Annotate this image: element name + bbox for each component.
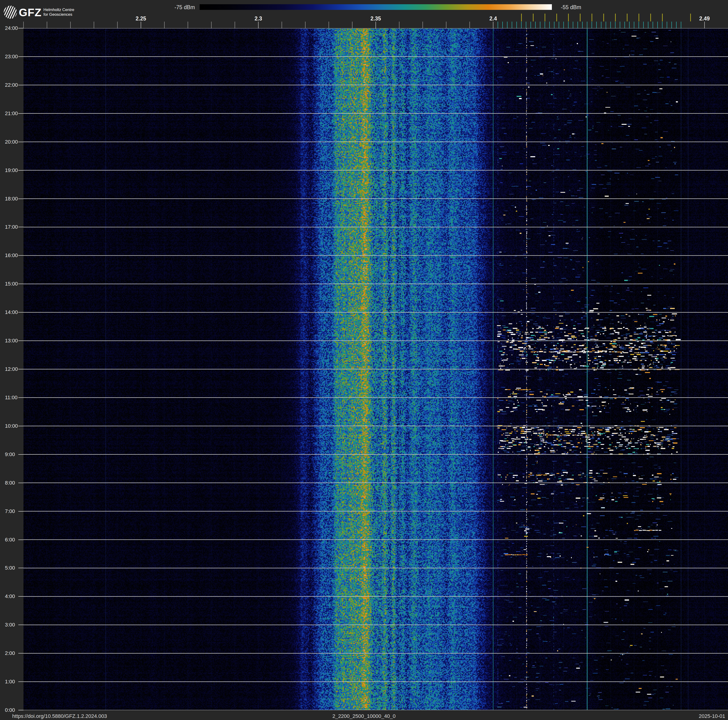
freq-tick-label: 2.3 [255, 15, 262, 22]
time-tick-label: 16:00 [5, 253, 18, 258]
time-tick [18, 539, 23, 540]
ble-channel-tick [498, 21, 498, 28]
time-tick-label: 4:00 [5, 594, 15, 599]
time-tick [18, 596, 23, 597]
time-tick-label: 3:00 [5, 622, 15, 627]
gfz-subtitle-line1: Helmholtz Centre [43, 8, 74, 12]
dataset-filename: 2_2200_2500_10000_40_0 [332, 713, 396, 719]
spectrogram-page: GFZ Helmholtz Centre for Geosciences -75… [0, 0, 728, 720]
ble-channel-tick [643, 21, 644, 28]
ble-channel-tick [521, 21, 522, 28]
time-tick [18, 710, 23, 710]
time-tick-label: 17:00 [5, 224, 18, 230]
power-colorbar [200, 4, 552, 10]
time-tick [18, 28, 23, 28]
time-tick [18, 682, 23, 682]
time-tick [18, 483, 23, 483]
time-tick-label: 5:00 [5, 565, 15, 571]
time-tick-label: 1:00 [5, 679, 15, 684]
freq-major-tick [141, 21, 141, 28]
freq-minor-tick [422, 21, 423, 28]
freq-major-tick [258, 21, 258, 28]
ble-channel-tick [563, 21, 564, 28]
ble-channel-tick [559, 21, 559, 28]
ble-channel-tick [657, 21, 658, 28]
time-tick [18, 283, 23, 284]
time-tick [18, 199, 23, 199]
time-tick-label: 15:00 [5, 281, 18, 286]
ble-channel-tick [535, 21, 536, 28]
wifi-channel-tick [580, 14, 581, 21]
ble-channel-tick [526, 21, 526, 28]
time-tick [18, 170, 23, 171]
time-tick [18, 625, 23, 625]
wifi-channel-tick [592, 14, 592, 21]
ble-channel-tick [578, 21, 578, 28]
ble-channel-tick [662, 21, 662, 28]
time-tick [18, 454, 23, 455]
wifi-channel-tick [690, 14, 691, 21]
wifi-channel-tick [639, 14, 639, 21]
time-tick-label: 14:00 [5, 310, 18, 315]
time-tick-label: 12:00 [5, 366, 18, 372]
ble-channel-tick [587, 21, 587, 28]
ble-channel-tick [624, 21, 625, 28]
ble-channel-tick [502, 21, 503, 28]
freq-minor-tick [211, 21, 212, 28]
time-tick [18, 369, 23, 369]
freq-minor-tick [188, 21, 188, 28]
time-tick [18, 397, 23, 398]
freq-tick-label: 2.25 [136, 15, 146, 22]
time-tick-label: 23:00 [5, 54, 18, 59]
ble-channel-tick [554, 21, 554, 28]
ble-channel-tick [596, 21, 597, 28]
time-tick-label: 24:00 [5, 26, 18, 31]
time-tick [18, 340, 23, 341]
freq-minor-tick [305, 21, 306, 28]
wifi-channel-tick [662, 14, 663, 21]
gfz-globe-icon [4, 6, 17, 19]
freq-minor-tick [281, 21, 282, 28]
freq-major-tick [704, 21, 705, 28]
time-tick [18, 85, 23, 85]
ble-channel-tick [544, 21, 545, 28]
wifi-channel-tick [650, 14, 651, 21]
freq-minor-tick [94, 21, 94, 28]
wifi-channel-tick [627, 14, 627, 21]
footer-bar: https://doi.org/10.5880/GFZ.1.2.2024.003… [0, 712, 728, 720]
time-tick-label: 8:00 [5, 480, 15, 486]
time-tick-label: 11:00 [5, 395, 17, 400]
freq-tick-label: 2.4 [489, 15, 497, 22]
freq-minor-tick [235, 21, 235, 28]
time-tick-label: 18:00 [5, 196, 18, 201]
time-tick [18, 255, 23, 256]
time-tick [18, 568, 23, 568]
gfz-acronym: GFZ [19, 7, 41, 18]
wifi-channel-tick [615, 14, 616, 21]
ble-channel-tick [629, 21, 630, 28]
time-tick [18, 227, 23, 227]
colorbar-min-label: -75 dBm [174, 5, 195, 10]
freq-minor-tick [117, 21, 118, 28]
time-tick-label: 7:00 [5, 509, 15, 514]
wifi-channel-tick [568, 14, 569, 21]
doi-link[interactable]: https://doi.org/10.5880/GFZ.1.2.2024.003 [12, 713, 107, 719]
ble-channel-tick [592, 21, 592, 28]
freq-minor-tick [70, 21, 71, 28]
time-tick-label: 13:00 [5, 338, 18, 343]
freq-major-tick [376, 21, 376, 28]
ble-channel-tick [568, 21, 569, 28]
ble-channel-tick [573, 21, 573, 28]
ble-channel-tick [653, 21, 653, 28]
freq-major-tick [493, 21, 493, 28]
time-tick-label: 22:00 [5, 83, 18, 88]
ble-channel-tick [639, 21, 639, 28]
wifi-channel-tick [533, 14, 534, 21]
gfz-subtitle-line2: for Geosciences [43, 12, 74, 17]
freq-minor-tick [164, 21, 165, 28]
ble-channel-tick [676, 21, 677, 28]
freq-minor-tick [23, 21, 24, 28]
time-tick [18, 113, 23, 114]
time-tick-label: 20:00 [5, 139, 18, 144]
time-tick-label: 2:00 [5, 651, 15, 656]
